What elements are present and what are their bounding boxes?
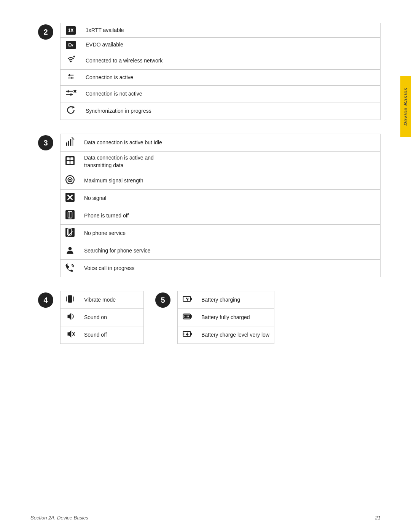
desc-cell: EVDO available (81, 38, 381, 52)
section-2-block: 2 1X 1xRTT available Ev EVDO available (38, 23, 381, 120)
svg-point-22 (69, 179, 71, 181)
section-5-table: Battery charging Ba (177, 291, 274, 344)
icon-cell (61, 134, 80, 152)
sound-on-icon (65, 312, 75, 321)
battery-full-icon (182, 312, 192, 321)
section-2-table: 1X 1xRTT available Ev EVDO available (60, 23, 381, 120)
section-5-number: 5 (155, 292, 170, 308)
icon-cell: Ev (61, 38, 81, 52)
section-3-table: Data connection is active but idle Data … (60, 134, 381, 277)
svg-rect-52 (191, 333, 192, 335)
icon-cell (61, 225, 80, 242)
signal-max-icon (65, 175, 75, 185)
icon-cell (61, 172, 80, 190)
table-row: Battery fully charged (178, 309, 274, 326)
svg-marker-37 (68, 313, 72, 320)
section-2-number: 2 (38, 24, 53, 40)
battery-low-icon (182, 329, 192, 339)
icon-cell (61, 326, 80, 344)
voice-call-icon (65, 262, 75, 272)
table-row: Ev EVDO available (61, 38, 381, 52)
desc-cell: Synchronization in progress (81, 102, 381, 120)
table-row: Maximum signal strength (61, 172, 381, 190)
side-tab: Device Basics (400, 76, 411, 137)
svg-point-0 (70, 61, 72, 62)
page-footer: Section 2A. Device Basics 21 (0, 515, 411, 521)
svg-rect-42 (191, 298, 192, 300)
table-row: Battery charge level very low (178, 326, 274, 344)
table-row: Sound off (61, 326, 144, 344)
section-4-number: 4 (38, 292, 53, 308)
table-row: Searching for phone service (61, 242, 381, 260)
svg-rect-17 (70, 157, 73, 160)
icon-cell (61, 70, 81, 86)
desc-cell: Battery fully charged (197, 309, 274, 326)
icon-cell (178, 291, 197, 309)
desc-cell: Connection is not active (81, 86, 381, 102)
svg-rect-11 (68, 141, 69, 146)
no-phone-service-icon (65, 227, 75, 237)
icon-cell (61, 309, 80, 326)
icon-cell (178, 326, 197, 344)
footer-section-label: Section 2A. Device Basics (30, 515, 375, 521)
icon-cell (61, 86, 81, 102)
table-row: 1X 1xRTT available (61, 23, 381, 38)
table-row: No phone service (61, 225, 381, 242)
svg-rect-18 (67, 161, 70, 164)
icon-cell (178, 309, 197, 326)
desc-cell: Sound on (80, 309, 144, 326)
phone-off-icon (65, 210, 75, 220)
icon-cell (61, 52, 81, 70)
desc-cell: Maximum signal strength (80, 172, 381, 190)
battery-charging-icon (182, 294, 192, 304)
svg-marker-38 (68, 330, 72, 338)
table-row: Connection is not active (61, 86, 381, 102)
icon-cell (61, 242, 80, 260)
svg-marker-9 (72, 106, 75, 109)
desc-cell: No signal (80, 190, 381, 207)
wireless-icon (66, 55, 76, 65)
section-3-block: 3 Data connection is active but idle (38, 134, 381, 277)
table-row: Connected to a wireless network (61, 52, 381, 70)
section-5-block: 5 Battery charging (155, 291, 274, 344)
icon-cell (61, 260, 80, 277)
desc-cell: Data connection is active but idle (80, 134, 381, 152)
table-row: Data connection is active but idle (61, 134, 381, 152)
table-row: Phone is turned off (61, 207, 381, 225)
table-row: Sound on (61, 309, 144, 326)
svg-rect-10 (66, 142, 67, 146)
icon-cell (61, 102, 81, 120)
svg-rect-19 (70, 161, 73, 164)
desc-cell: 1xRTT available (81, 23, 381, 38)
data-idle-icon (65, 137, 75, 147)
table-row: Synchronization in progress (61, 102, 381, 120)
desc-cell: Voice call in progress (80, 260, 381, 277)
icon-cell (61, 152, 80, 172)
table-row: Connection is active (61, 70, 381, 86)
desc-cell: Vibrate mode (80, 291, 144, 309)
desc-cell: Connected to a wireless network (81, 52, 381, 70)
icon-cell (61, 190, 80, 207)
section-3-number: 3 (38, 135, 53, 150)
desc-cell: Battery charge level very low (197, 326, 274, 344)
data-transmit-icon (65, 156, 75, 166)
desc-cell: Connection is active (81, 70, 381, 86)
sound-off-icon (65, 329, 75, 339)
connection-inactive-icon (65, 88, 76, 97)
desc-cell: Searching for phone service (80, 242, 381, 260)
page-content: 2 1X 1xRTT available Ev EVDO available (0, 0, 411, 380)
1xrtt-icon: 1X (66, 26, 76, 35)
section-4-block: 4 Vibrate mode (38, 291, 144, 344)
footer-page-number: 21 (375, 515, 381, 521)
icon-cell: 1X (61, 23, 81, 38)
searching-icon (65, 245, 75, 255)
table-row: Vibrate mode (61, 291, 144, 309)
sync-icon (66, 105, 76, 115)
desc-cell: Phone is turned off (80, 207, 381, 225)
svg-marker-43 (186, 297, 189, 301)
table-row: Data connection is active andtransmittin… (61, 152, 381, 172)
table-row: Battery charging (178, 291, 274, 309)
desc-cell: Battery charging (197, 291, 274, 309)
vibrate-icon (65, 294, 75, 304)
svg-rect-45 (191, 315, 192, 318)
